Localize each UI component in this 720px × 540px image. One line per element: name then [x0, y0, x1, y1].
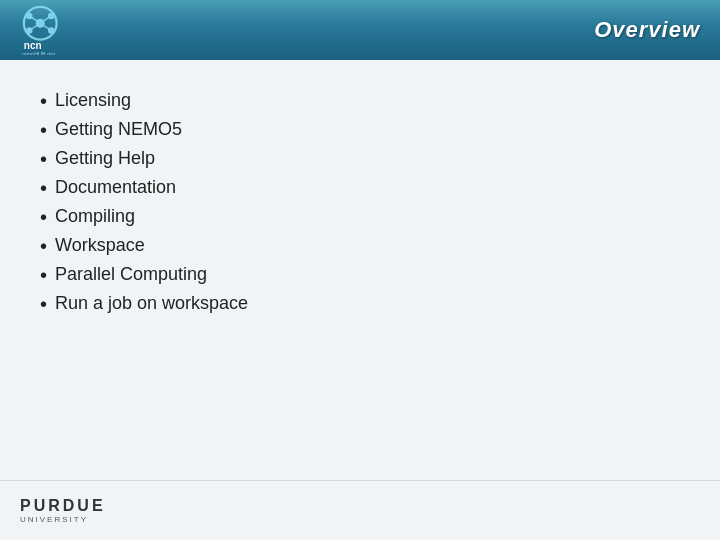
- svg-text:ncn: ncn: [24, 40, 42, 51]
- bullet-text: Compiling: [55, 206, 135, 227]
- bullet-item-getting-help: •Getting Help: [40, 148, 680, 169]
- bullet-item-documentation: •Documentation: [40, 177, 680, 198]
- bullet-item-licensing: •Licensing: [40, 90, 680, 111]
- bullet-item-getting-nemo5: •Getting NEMO5: [40, 119, 680, 140]
- bullet-text: Licensing: [55, 90, 131, 111]
- bullet-text: Parallel Computing: [55, 264, 207, 285]
- bullet-text: Documentation: [55, 177, 176, 198]
- ncn-logo-icon: ncn nanoHUB.org: [20, 5, 75, 55]
- bullet-dot-icon: •: [40, 294, 47, 314]
- bullet-dot-icon: •: [40, 265, 47, 285]
- bullet-dot-icon: •: [40, 120, 47, 140]
- purdue-main-text: Purdue: [20, 497, 106, 515]
- bullet-text: Workspace: [55, 235, 145, 256]
- bullet-dot-icon: •: [40, 91, 47, 111]
- bullet-dot-icon: •: [40, 207, 47, 227]
- purdue-sub-text: University: [20, 515, 88, 524]
- bullet-dot-icon: •: [40, 236, 47, 256]
- footer: Purdue University: [0, 480, 720, 540]
- purdue-logo: Purdue University: [20, 497, 106, 524]
- main-content: •Licensing•Getting NEMO5•Getting Help•Do…: [0, 60, 720, 480]
- overview-title: Overview: [594, 17, 700, 43]
- bullet-list: •Licensing•Getting NEMO5•Getting Help•Do…: [40, 90, 680, 314]
- bullet-item-parallel-computing: •Parallel Computing: [40, 264, 680, 285]
- bullet-text: Getting NEMO5: [55, 119, 182, 140]
- bullet-item-run-job: •Run a job on workspace: [40, 293, 680, 314]
- logo-area: ncn nanoHUB.org: [20, 5, 75, 55]
- bullet-dot-icon: •: [40, 149, 47, 169]
- bullet-item-compiling: •Compiling: [40, 206, 680, 227]
- bullet-text: Run a job on workspace: [55, 293, 248, 314]
- svg-text:nanoHUB.org: nanoHUB.org: [22, 51, 55, 55]
- bullet-dot-icon: •: [40, 178, 47, 198]
- bullet-item-workspace: •Workspace: [40, 235, 680, 256]
- bullet-text: Getting Help: [55, 148, 155, 169]
- header: ncn nanoHUB.org Overview: [0, 0, 720, 60]
